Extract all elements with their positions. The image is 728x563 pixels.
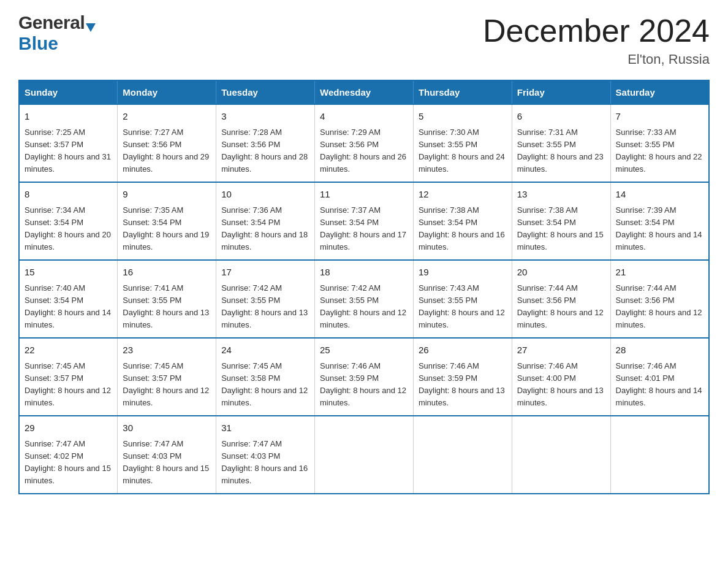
calendar-cell: 12Sunrise: 7:38 AMSunset: 3:54 PMDayligh… (413, 182, 512, 260)
week-row-2: 8Sunrise: 7:34 AMSunset: 3:54 PMDaylight… (19, 182, 709, 260)
calendar-cell: 4Sunrise: 7:29 AMSunset: 3:56 PMDaylight… (315, 104, 414, 182)
month-title: December 2024 (483, 12, 710, 49)
day-number: 26 (419, 343, 507, 358)
weekday-header-friday: Friday (512, 80, 610, 104)
day-number: 19 (419, 266, 507, 280)
calendar-cell: 22Sunrise: 7:45 AMSunset: 3:57 PMDayligh… (19, 338, 118, 416)
day-detail: Sunrise: 7:46 AMSunset: 3:59 PMDaylight:… (320, 360, 408, 410)
day-detail: Sunrise: 7:42 AMSunset: 3:55 PMDaylight:… (221, 282, 309, 332)
weekday-header-thursday: Thursday (413, 80, 512, 104)
day-detail: Sunrise: 7:40 AMSunset: 3:54 PMDaylight:… (25, 282, 112, 332)
calendar-cell: 17Sunrise: 7:42 AMSunset: 3:55 PMDayligh… (216, 260, 315, 338)
calendar-cell: 27Sunrise: 7:46 AMSunset: 4:00 PMDayligh… (512, 338, 610, 416)
day-detail: Sunrise: 7:37 AMSunset: 3:54 PMDaylight:… (320, 204, 408, 254)
calendar-cell: 28Sunrise: 7:46 AMSunset: 4:01 PMDayligh… (610, 338, 709, 416)
day-number: 13 (517, 188, 605, 202)
day-detail: Sunrise: 7:46 AMSunset: 3:59 PMDaylight:… (419, 360, 507, 410)
logo-triangle-icon (85, 21, 97, 33)
day-number: 8 (25, 188, 112, 202)
day-detail: Sunrise: 7:36 AMSunset: 3:54 PMDaylight:… (221, 204, 309, 254)
svg-marker-0 (86, 23, 96, 32)
calendar-cell: 25Sunrise: 7:46 AMSunset: 3:59 PMDayligh… (315, 338, 414, 416)
calendar-cell: 9Sunrise: 7:35 AMSunset: 3:54 PMDaylight… (118, 182, 216, 260)
calendar-cell: 3Sunrise: 7:28 AMSunset: 3:56 PMDaylight… (216, 104, 315, 182)
day-detail: Sunrise: 7:25 AMSunset: 3:57 PMDaylight:… (25, 126, 112, 176)
day-number: 4 (320, 110, 408, 124)
day-number: 15 (25, 266, 112, 280)
week-row-5: 29Sunrise: 7:47 AMSunset: 4:02 PMDayligh… (19, 416, 709, 494)
day-number: 10 (221, 188, 309, 202)
calendar-cell: 15Sunrise: 7:40 AMSunset: 3:54 PMDayligh… (19, 260, 118, 338)
calendar-cell: 1Sunrise: 7:25 AMSunset: 3:57 PMDaylight… (19, 104, 118, 182)
calendar-cell (315, 416, 414, 494)
day-number: 22 (25, 343, 112, 358)
calendar-cell: 29Sunrise: 7:47 AMSunset: 4:02 PMDayligh… (19, 416, 118, 494)
calendar-cell: 26Sunrise: 7:46 AMSunset: 3:59 PMDayligh… (413, 338, 512, 416)
day-number: 31 (221, 421, 309, 435)
day-detail: Sunrise: 7:46 AMSunset: 4:00 PMDaylight:… (517, 360, 605, 410)
day-detail: Sunrise: 7:31 AMSunset: 3:55 PMDaylight:… (517, 126, 605, 176)
calendar-cell (512, 416, 610, 494)
day-detail: Sunrise: 7:47 AMSunset: 4:03 PMDaylight:… (123, 438, 211, 488)
day-detail: Sunrise: 7:30 AMSunset: 3:55 PMDaylight:… (419, 126, 507, 176)
calendar-cell: 14Sunrise: 7:39 AMSunset: 3:54 PMDayligh… (610, 182, 709, 260)
day-number: 16 (123, 266, 211, 280)
day-number: 24 (221, 343, 309, 358)
calendar-cell: 2Sunrise: 7:27 AMSunset: 3:56 PMDaylight… (118, 104, 216, 182)
logo-blue-text: Blue (18, 33, 58, 54)
day-detail: Sunrise: 7:38 AMSunset: 3:54 PMDaylight:… (517, 204, 605, 254)
weekday-header-wednesday: Wednesday (315, 80, 414, 104)
day-number: 1 (25, 110, 112, 124)
calendar-cell: 30Sunrise: 7:47 AMSunset: 4:03 PMDayligh… (118, 416, 216, 494)
day-number: 12 (419, 188, 507, 202)
day-number: 17 (221, 266, 309, 280)
day-number: 20 (517, 266, 605, 280)
day-number: 14 (616, 188, 703, 202)
day-detail: Sunrise: 7:38 AMSunset: 3:54 PMDaylight:… (419, 204, 507, 254)
day-detail: Sunrise: 7:44 AMSunset: 3:56 PMDaylight:… (517, 282, 605, 332)
calendar-cell: 16Sunrise: 7:41 AMSunset: 3:55 PMDayligh… (118, 260, 216, 338)
day-detail: Sunrise: 7:45 AMSunset: 3:57 PMDaylight:… (123, 360, 211, 410)
weekday-header-row: SundayMondayTuesdayWednesdayThursdayFrid… (19, 80, 709, 104)
day-detail: Sunrise: 7:44 AMSunset: 3:56 PMDaylight:… (616, 282, 703, 332)
location-text: El'ton, Russia (483, 52, 710, 67)
calendar-table: SundayMondayTuesdayWednesdayThursdayFrid… (18, 80, 710, 494)
day-number: 25 (320, 343, 408, 358)
calendar-cell: 19Sunrise: 7:43 AMSunset: 3:55 PMDayligh… (413, 260, 512, 338)
logo-general-text: General (18, 12, 85, 33)
day-number: 5 (419, 110, 507, 124)
week-row-3: 15Sunrise: 7:40 AMSunset: 3:54 PMDayligh… (19, 260, 709, 338)
day-detail: Sunrise: 7:47 AMSunset: 4:02 PMDaylight:… (25, 438, 112, 488)
calendar-cell: 10Sunrise: 7:36 AMSunset: 3:54 PMDayligh… (216, 182, 315, 260)
title-block: December 2024 El'ton, Russia (483, 12, 710, 67)
day-detail: Sunrise: 7:35 AMSunset: 3:54 PMDaylight:… (123, 204, 211, 254)
day-number: 7 (616, 110, 703, 124)
calendar-cell: 8Sunrise: 7:34 AMSunset: 3:54 PMDaylight… (19, 182, 118, 260)
calendar-cell: 24Sunrise: 7:45 AMSunset: 3:58 PMDayligh… (216, 338, 315, 416)
weekday-header-sunday: Sunday (19, 80, 118, 104)
day-detail: Sunrise: 7:33 AMSunset: 3:55 PMDaylight:… (616, 126, 703, 176)
day-number: 28 (616, 343, 703, 358)
week-row-1: 1Sunrise: 7:25 AMSunset: 3:57 PMDaylight… (19, 104, 709, 182)
day-detail: Sunrise: 7:47 AMSunset: 4:03 PMDaylight:… (221, 438, 309, 488)
day-number: 11 (320, 188, 408, 202)
calendar-cell: 7Sunrise: 7:33 AMSunset: 3:55 PMDaylight… (610, 104, 709, 182)
day-number: 18 (320, 266, 408, 280)
calendar-cell: 13Sunrise: 7:38 AMSunset: 3:54 PMDayligh… (512, 182, 610, 260)
day-detail: Sunrise: 7:46 AMSunset: 4:01 PMDaylight:… (616, 360, 703, 410)
calendar-cell: 23Sunrise: 7:45 AMSunset: 3:57 PMDayligh… (118, 338, 216, 416)
day-detail: Sunrise: 7:34 AMSunset: 3:54 PMDaylight:… (25, 204, 112, 254)
day-detail: Sunrise: 7:28 AMSunset: 3:56 PMDaylight:… (221, 126, 309, 176)
day-number: 21 (616, 266, 703, 280)
day-detail: Sunrise: 7:43 AMSunset: 3:55 PMDaylight:… (419, 282, 507, 332)
week-row-4: 22Sunrise: 7:45 AMSunset: 3:57 PMDayligh… (19, 338, 709, 416)
weekday-header-monday: Monday (118, 80, 216, 104)
calendar-cell: 5Sunrise: 7:30 AMSunset: 3:55 PMDaylight… (413, 104, 512, 182)
calendar-cell: 18Sunrise: 7:42 AMSunset: 3:55 PMDayligh… (315, 260, 414, 338)
day-number: 30 (123, 421, 211, 435)
day-detail: Sunrise: 7:27 AMSunset: 3:56 PMDaylight:… (123, 126, 211, 176)
day-number: 29 (25, 421, 112, 435)
logo: General Blue (18, 12, 97, 54)
day-detail: Sunrise: 7:45 AMSunset: 3:57 PMDaylight:… (25, 360, 112, 410)
day-number: 6 (517, 110, 605, 124)
